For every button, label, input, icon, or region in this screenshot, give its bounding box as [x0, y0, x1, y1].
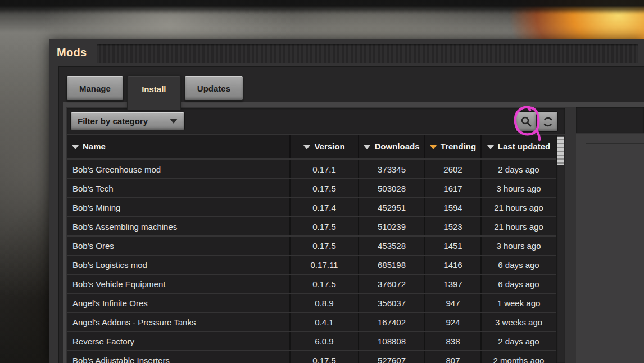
cell-trending: 807 — [425, 351, 480, 363]
mods-dialog: Mods ManageInstallUpdates Filter by cate… — [49, 39, 644, 363]
table-header-row: NameVersionDownloadsTrendingLast updated — [67, 135, 556, 158]
table-row[interactable]: Bob's Mining0.17.4452951159421 hours ago — [67, 198, 556, 216]
cell-last-updated: 21 hours ago — [482, 198, 556, 216]
sort-caret-icon — [364, 145, 370, 149]
sort-caret-icon — [303, 145, 310, 149]
table-row[interactable]: Angel's Infinite Ores0.8.93560379471 wee… — [67, 294, 556, 312]
tab-install[interactable]: Install — [127, 76, 181, 110]
mod-browser-pane: Filter by category — [67, 108, 565, 363]
column-header-label: Name — [83, 142, 106, 151]
dialog-inner-panel: ManageInstallUpdates Filter by category — [58, 66, 644, 363]
table-row[interactable]: Bob's Vehicle Equipment0.17.537607213976… — [67, 275, 556, 293]
cell-trending: 1594 — [425, 198, 480, 216]
cell-last-updated: 2 days ago — [482, 160, 556, 178]
cell-last-updated: 3 hours ago — [482, 179, 556, 197]
column-header-label: Last updated — [498, 142, 550, 151]
cell-version: 0.17.11 — [291, 256, 358, 274]
magnifier-icon — [519, 115, 533, 129]
column-header-label: Downloads — [374, 142, 419, 151]
tab-bar: ManageInstallUpdates — [66, 76, 243, 110]
cell-name: Bob's Greenhouse mod — [67, 160, 289, 178]
cell-name: Bob's Mining — [67, 198, 289, 216]
column-header-last-updated[interactable]: Last updated — [482, 135, 556, 158]
cell-last-updated: 1 week ago — [482, 294, 556, 312]
filter-category-dropdown[interactable]: Filter by category — [70, 112, 185, 130]
cell-downloads: 685198 — [359, 256, 424, 274]
details-divider — [586, 143, 644, 144]
table-row[interactable]: Bob's Tech0.17.550302816173 hours ago — [67, 179, 556, 197]
screenshot-stage: Mods ManageInstallUpdates Filter by cate… — [0, 0, 644, 363]
cell-trending: 2602 — [425, 160, 480, 178]
cell-name: Bob's Assembling machines — [67, 217, 289, 235]
cell-version: 0.17.5 — [291, 237, 358, 255]
cell-version: 6.0.9 — [291, 332, 358, 350]
toolbar-band: Filter by category — [67, 108, 565, 134]
column-header-downloads[interactable]: Downloads — [359, 135, 424, 158]
cell-last-updated: 3 hours ago — [482, 237, 556, 255]
search-button[interactable] — [515, 111, 536, 132]
cell-downloads: 453528 — [359, 237, 424, 255]
cell-last-updated: 3 weeks ago — [482, 313, 556, 331]
cell-version: 0.17.5 — [291, 275, 358, 293]
cell-trending: 947 — [425, 294, 480, 312]
cell-name: Bob's Tech — [67, 179, 289, 197]
table-row[interactable]: Bob's Ores0.17.545352814513 hours ago — [67, 237, 556, 255]
cell-name: Reverse Factory — [67, 332, 289, 350]
sort-caret-icon — [72, 145, 79, 149]
cell-trending: 1451 — [425, 237, 480, 255]
tab-updates[interactable]: Updates — [184, 76, 243, 101]
sort-caret-icon — [487, 145, 494, 149]
page-title: Mods — [57, 46, 87, 59]
cell-downloads: 452951 — [359, 198, 424, 216]
table-row[interactable]: Bob's Logistics mod0.17.1168519814166 da… — [67, 256, 556, 274]
table-row[interactable]: Bob's Adjustable Inserters0.17.552760780… — [67, 351, 556, 363]
tab-manage[interactable]: Manage — [66, 76, 124, 101]
column-header-label: Version — [314, 142, 344, 151]
cell-trending: 1523 — [425, 217, 480, 235]
titlebar-drag-handle[interactable] — [97, 44, 638, 63]
filter-category-label: Filter by category — [71, 116, 148, 126]
cell-version: 0.17.5 — [291, 351, 358, 363]
dialog-titlebar: Mods — [49, 39, 644, 66]
column-header-name[interactable]: Name — [67, 135, 289, 158]
cell-trending: 1617 — [425, 179, 480, 197]
scrollbar-thumb[interactable] — [557, 136, 564, 165]
cell-downloads: 503028 — [359, 179, 424, 197]
cell-name: Angel's Infinite Ores — [67, 294, 289, 312]
mods-table: Bob's Greenhouse mod0.17.137334526022 da… — [67, 160, 556, 363]
table-row[interactable]: Bob's Greenhouse mod0.17.137334526022 da… — [67, 160, 556, 178]
refresh-icon — [541, 115, 555, 129]
cell-name: Angel's Addons - Pressure Tanks — [67, 313, 289, 331]
cell-trending: 1416 — [425, 256, 480, 274]
cell-name: Bob's Logistics mod — [67, 256, 289, 274]
table-row[interactable]: Reverse Factory6.0.91088088382 days ago — [67, 332, 556, 350]
column-header-version[interactable]: Version — [291, 135, 358, 158]
column-header-trending[interactable]: Trending — [425, 135, 480, 158]
cell-downloads: 373345 — [359, 160, 424, 178]
cell-downloads: 108808 — [359, 332, 424, 350]
cell-last-updated: 2 days ago — [482, 332, 556, 350]
cell-last-updated: 6 days ago — [482, 275, 556, 293]
refresh-button[interactable] — [537, 111, 558, 132]
cell-version: 0.17.4 — [291, 198, 358, 216]
chevron-down-icon — [170, 119, 178, 124]
cell-trending: 838 — [425, 332, 480, 350]
cell-last-updated: 2 months ago — [482, 351, 556, 363]
sort-caret-icon — [430, 145, 437, 149]
cell-version: 0.17.5 — [291, 179, 358, 197]
mod-details-header — [576, 107, 644, 133]
table-row[interactable]: Angel's Addons - Pressure Tanks0.4.11674… — [67, 313, 556, 331]
table-row[interactable]: Bob's Assembling machines0.17.5510239152… — [67, 217, 556, 235]
cell-name: Bob's Adjustable Inserters — [67, 351, 289, 363]
cell-name: Bob's Vehicle Equipment — [67, 275, 289, 293]
cell-trending: 1397 — [425, 275, 480, 293]
table-scrollbar[interactable] — [556, 135, 565, 363]
cell-downloads: 510239 — [359, 217, 424, 235]
cell-trending: 924 — [425, 313, 480, 331]
mod-details-panel — [576, 107, 644, 363]
mod-details-body — [576, 134, 644, 363]
column-header-label: Trending — [441, 142, 476, 151]
cell-last-updated: 6 days ago — [482, 256, 556, 274]
cell-version: 0.8.9 — [291, 294, 358, 312]
cell-downloads: 356037 — [359, 294, 424, 312]
